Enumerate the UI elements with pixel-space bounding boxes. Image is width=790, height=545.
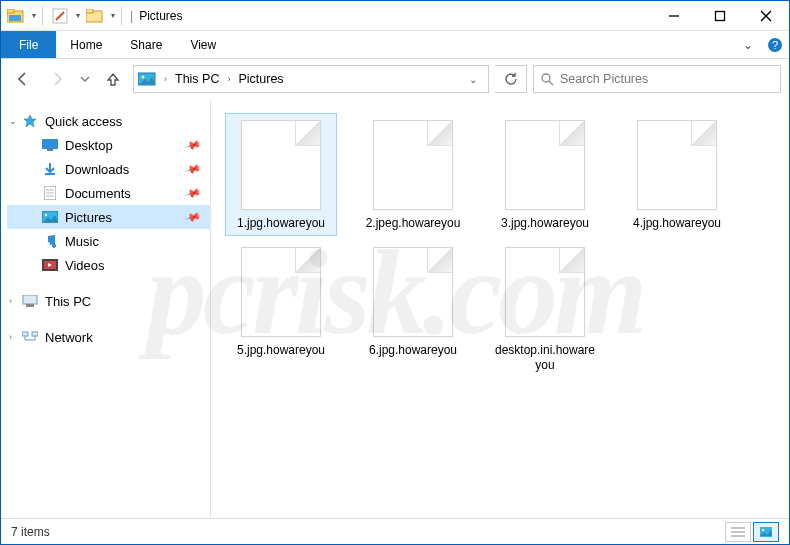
chevron-right-icon[interactable]: ›: [9, 296, 12, 306]
file-list: 1.jpg.howareyou 2.jpeg.howareyou 3.jpg.h…: [211, 99, 789, 518]
sidebar-this-pc[interactable]: › This PC: [7, 289, 210, 313]
view-switcher: [725, 522, 779, 542]
sidebar-item-documents[interactable]: Documents 📌: [7, 181, 210, 205]
file-item[interactable]: 3.jpg.howareyou: [489, 113, 601, 236]
recent-locations-button[interactable]: [77, 65, 93, 93]
window-controls: [651, 1, 789, 31]
file-name: 4.jpg.howareyou: [633, 216, 721, 231]
sidebar-item-downloads[interactable]: Downloads 📌: [7, 157, 210, 181]
breadcrumb-this-pc[interactable]: This PC: [175, 72, 219, 86]
svg-rect-17: [47, 149, 53, 151]
file-name: 5.jpg.howareyou: [237, 343, 325, 358]
forward-button[interactable]: [43, 65, 71, 93]
svg-rect-30: [32, 332, 38, 336]
svg-rect-28: [26, 304, 34, 307]
sidebar-item-desktop[interactable]: Desktop 📌: [7, 133, 210, 157]
help-button[interactable]: ?: [761, 31, 789, 58]
chevron-right-icon[interactable]: ›: [9, 332, 12, 342]
file-tab[interactable]: File: [1, 31, 56, 58]
thumbnails-view-button[interactable]: [753, 522, 779, 542]
file-item[interactable]: 5.jpg.howareyou: [225, 240, 337, 378]
chevron-down-icon[interactable]: ⌄: [9, 116, 17, 126]
breadcrumb-label: This PC: [175, 72, 219, 86]
documents-icon: [41, 185, 59, 201]
address-bar[interactable]: › This PC › Pictures ⌄: [133, 65, 489, 93]
sidebar-quick-access[interactable]: ⌄ Quick access: [7, 109, 210, 133]
file-icon: [373, 120, 453, 210]
navigation-pane: ⌄ Quick access Desktop 📌 Downloads 📌 Doc…: [1, 99, 211, 518]
this-pc-icon: [21, 293, 39, 309]
details-view-button[interactable]: [725, 522, 751, 542]
view-tab-label: View: [190, 38, 216, 52]
view-tab[interactable]: View: [176, 31, 230, 58]
file-name: 3.jpg.howareyou: [501, 216, 589, 231]
svg-point-38: [762, 528, 764, 530]
pin-icon: 📌: [184, 136, 203, 154]
sidebar-network[interactable]: › Network: [7, 325, 210, 349]
explorer-icon[interactable]: [5, 5, 27, 27]
svg-point-24: [45, 214, 48, 217]
svg-point-13: [142, 76, 145, 79]
file-icon: [373, 247, 453, 337]
search-input[interactable]: Search Pictures: [533, 65, 781, 93]
chevron-right-icon[interactable]: ›: [160, 74, 171, 84]
file-icon: [505, 247, 585, 337]
body: ⌄ Quick access Desktop 📌 Downloads 📌 Doc…: [1, 99, 789, 518]
new-folder-icon[interactable]: [84, 5, 106, 27]
home-tab-label: Home: [70, 38, 102, 52]
status-bar: 7 items: [1, 518, 789, 544]
sidebar-item-label: Downloads: [65, 162, 129, 177]
sidebar-item-label: Network: [45, 330, 93, 345]
pin-icon: 📌: [184, 160, 203, 178]
share-tab[interactable]: Share: [116, 31, 176, 58]
sidebar-item-label: Quick access: [45, 114, 122, 129]
file-item[interactable]: 6.jpg.howareyou: [357, 240, 469, 378]
refresh-button[interactable]: [495, 65, 527, 93]
file-item[interactable]: 2.jpeg.howareyou: [357, 113, 469, 236]
maximize-button[interactable]: [697, 1, 743, 31]
file-grid: 1.jpg.howareyou 2.jpeg.howareyou 3.jpg.h…: [225, 113, 779, 378]
svg-rect-1: [7, 9, 14, 13]
qat-props-dropdown[interactable]: ▾: [76, 11, 80, 20]
minimize-button[interactable]: [651, 1, 697, 31]
qat-explorer-dropdown[interactable]: ▾: [32, 11, 36, 20]
pictures-location-icon: [138, 71, 156, 87]
sidebar-item-label: Pictures: [65, 210, 112, 225]
sidebar-item-videos[interactable]: Videos: [7, 253, 210, 277]
home-tab[interactable]: Home: [56, 31, 116, 58]
file-name: desktop.ini.howareyou: [492, 343, 598, 373]
svg-rect-29: [22, 332, 28, 336]
file-item[interactable]: 4.jpg.howareyou: [621, 113, 733, 236]
chevron-right-icon[interactable]: ›: [223, 74, 234, 84]
address-dropdown[interactable]: ⌄: [462, 66, 484, 92]
file-item[interactable]: 1.jpg.howareyou: [225, 113, 337, 236]
file-item[interactable]: desktop.ini.howareyou: [489, 240, 601, 378]
file-icon: [637, 120, 717, 210]
file-name: 6.jpg.howareyou: [369, 343, 457, 358]
qat-customize-dropdown[interactable]: ▾: [111, 11, 115, 20]
pictures-icon: [41, 209, 59, 225]
file-tab-label: File: [19, 38, 38, 52]
breadcrumb-pictures[interactable]: Pictures: [238, 72, 283, 86]
svg-rect-7: [716, 11, 725, 20]
file-icon: [505, 120, 585, 210]
sidebar-item-label: Documents: [65, 186, 131, 201]
sidebar-item-label: This PC: [45, 294, 91, 309]
svg-text:?: ?: [772, 39, 778, 51]
explorer-window: ▾ ▾ ▾ | Pictures: [0, 0, 790, 545]
expand-ribbon-button[interactable]: ⌄: [735, 31, 761, 58]
window-title-text: Pictures: [139, 9, 182, 23]
separator: [42, 7, 43, 25]
pin-icon: 📌: [184, 184, 203, 202]
ribbon: File Home Share View ⌄ ?: [1, 31, 789, 59]
separator: [121, 7, 122, 25]
sidebar-item-music[interactable]: Music: [7, 229, 210, 253]
close-button[interactable]: [743, 1, 789, 31]
pin-icon: 📌: [184, 208, 203, 226]
sidebar-item-pictures[interactable]: Pictures 📌: [7, 205, 210, 229]
svg-line-15: [549, 81, 553, 85]
properties-icon[interactable]: [49, 5, 71, 27]
search-icon: [540, 72, 554, 86]
back-button[interactable]: [9, 65, 37, 93]
up-button[interactable]: [99, 65, 127, 93]
